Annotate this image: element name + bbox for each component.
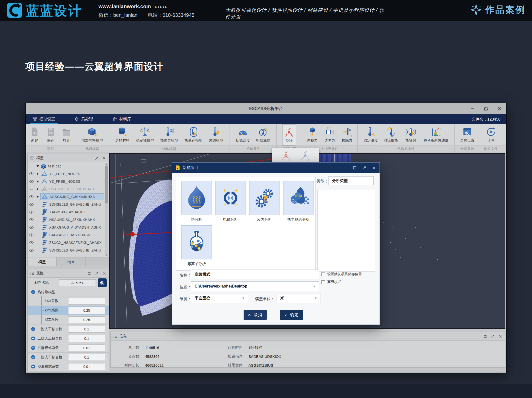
cancel-button[interactable]: ✕ 取消 [244, 310, 267, 320]
global-settings-button[interactable]: 全局设置 [460, 124, 474, 145]
collapse-icon[interactable] [31, 327, 35, 331]
card-thermal-analysis[interactable]: 热分析 [181, 181, 212, 222]
pin-icon[interactable] [362, 166, 366, 170]
close-icon[interactable] [102, 156, 106, 160]
save-button[interactable]: 保存 [44, 124, 58, 145]
eye-icon[interactable] [28, 218, 35, 221]
tree-row-hidden[interactable]: HSAUHDISU_JZXIUXHAHX [28, 185, 109, 193]
eye-icon[interactable] [28, 195, 35, 198]
add-mesh-model-button[interactable]: 增加网格模型 [82, 124, 103, 145]
prop-group-row[interactable]: 沙漏模式系数 0.01 [28, 343, 109, 353]
default-location-checkbox[interactable]: 设置默认项目储存位置 [321, 272, 362, 276]
tab-model[interactable]: 模型 [28, 257, 57, 266]
moving-gaussian-flux-button[interactable]: zy 移动高斯热通量 [424, 124, 449, 145]
pin-icon[interactable] [491, 334, 495, 338]
eye-icon[interactable] [28, 180, 35, 183]
ok-button[interactable]: ✓ 确定 [280, 310, 303, 320]
eye-icon[interactable] [28, 249, 35, 252]
value-input[interactable]: 0.1 [68, 354, 105, 361]
value-input[interactable]: 0.1 [68, 335, 105, 342]
tree-row[interactable]: HSAUHDISU_JZXIUXHAHX [28, 216, 109, 223]
card-stress-analysis[interactable]: 应力分析 [249, 181, 280, 222]
collapse-icon[interactable] [31, 364, 35, 369]
thermal-radiation-button[interactable]: 热辐射 [404, 124, 418, 145]
open-button[interactable]: 打开 [60, 124, 73, 145]
scrollbar-thumb[interactable] [105, 166, 108, 203]
restore-icon[interactable] [87, 271, 91, 275]
kyy-input[interactable]: 0.25 [68, 307, 105, 314]
pin-icon[interactable] [95, 156, 99, 160]
value-input[interactable]: 0.1 [68, 326, 105, 333]
tree-row[interactable]: XAGBSXG_AYHAQBJ [28, 208, 109, 216]
checkbox-box[interactable] [321, 272, 325, 276]
collapse-icon[interactable] [31, 355, 35, 359]
tree-row[interactable]: ZSXGX_HSAKAZNZXK_AHASX [28, 239, 109, 246]
tree-row-selected[interactable]: AGSGKJKG_GJHXAJKHXA [28, 193, 109, 200]
tree-root-row[interactable]: test.dat [28, 162, 109, 170]
prop-group-row[interactable]: 沙漏模式系数 0.01 [28, 362, 109, 371]
tree-row[interactable]: SAGFASGZ_ASYHHXSN [28, 231, 109, 239]
card-plasma-analysis[interactable]: 等离子分析 [181, 225, 212, 266]
probe-point[interactable] [130, 232, 135, 236]
kxx-input[interactable] [68, 298, 105, 305]
eye-closed-icon[interactable] [28, 188, 35, 191]
eye-icon[interactable] [28, 172, 35, 175]
thermal-conduction-model-button[interactable]: 热传导模型 [160, 124, 178, 145]
close-icon[interactable] [102, 271, 106, 275]
eye-icon[interactable] [28, 234, 35, 236]
eye-icon[interactable] [28, 241, 35, 244]
close-icon[interactable] [498, 334, 502, 338]
caret-down-icon[interactable] [35, 196, 40, 198]
tree-row[interactable]: YZ_FREE_NODES [28, 170, 109, 178]
caret-down-icon[interactable] [35, 165, 40, 167]
prop-group-row[interactable]: 二阶人工粘合性 0.1 [28, 334, 109, 343]
value-input[interactable]: 0.01 [68, 344, 105, 351]
select-material-button[interactable]: 选择材料 [115, 124, 130, 145]
caret-right-icon[interactable] [35, 173, 40, 175]
tab-material-library[interactable]: 材料库 [111, 114, 133, 124]
unit-select[interactable]: 米▼ [277, 293, 320, 303]
collapse-icon[interactable] [31, 336, 35, 341]
minimize-icon[interactable] [470, 106, 475, 111]
axes-xyz-blue-icon[interactable]: zxy [299, 150, 311, 161]
dimension-select[interactable]: 平面应变▼ [191, 293, 248, 303]
displacement-button[interactable]: zxy 位移 [282, 124, 296, 145]
card-em-analysis[interactable]: 电磁分析 [215, 181, 246, 222]
name-input[interactable]: 高级模式 [191, 270, 319, 279]
tree-row[interactable]: SDHSBJZS_GHSABJHB_ZAHU [28, 246, 109, 254]
boundary-force-button[interactable]: 边界力 [323, 124, 337, 145]
prop-group-row[interactable]: 一阶人工粘合性 0.1 [28, 325, 109, 334]
initial-velocity-button[interactable]: 初始速度 [236, 124, 250, 145]
restore-icon[interactable] [483, 334, 487, 338]
material-name-input[interactable]: AL6061 [59, 279, 96, 286]
checkbox-box[interactable] [321, 280, 325, 284]
eye-icon[interactable] [28, 226, 35, 229]
tab-results[interactable]: 结果 [57, 257, 86, 266]
axes-xyz-red-icon[interactable]: zxy [280, 150, 292, 161]
new-button[interactable]: 新建 [28, 124, 42, 145]
compute-button[interactable]: 计算 [484, 124, 498, 145]
tree-row[interactable]: YZ_FREE_NODES [28, 178, 109, 185]
restore-icon[interactable] [484, 106, 489, 111]
tree-scrollbar[interactable]: ▲ ▼ [105, 163, 108, 256]
thermal-storage-model-button[interactable]: 热储存模型 [184, 124, 202, 145]
type-input[interactable]: 分析类型 [328, 176, 374, 185]
heat-source-model-button[interactable]: 热源模型 [209, 124, 223, 145]
eye-icon[interactable] [28, 203, 35, 206]
tree-row[interactable]: SDHSBJZS_GHSABJHB_ZAHU [28, 200, 109, 208]
tree-row[interactable]: XSAXGAUS_AISYAQSH_ASHX [28, 223, 109, 231]
caret-right-icon[interactable] [35, 180, 40, 183]
tab-post-processing[interactable]: 后处理 [73, 114, 95, 124]
collapse-icon[interactable] [31, 290, 35, 294]
volume-force-button[interactable]: 体积力 [305, 124, 319, 145]
card-thermal-coupling-analysis[interactable]: TFSI 热力耦合分析 [283, 181, 314, 222]
restore-icon[interactable] [353, 166, 357, 170]
contact-force-button[interactable]: 接触力 [340, 124, 354, 145]
prop-group-row[interactable]: 热传导模型 [28, 288, 109, 296]
prop-child-row-highlighted[interactable]: kYY系数 0.25 [28, 306, 109, 315]
close-icon[interactable] [372, 166, 376, 170]
caret-right-icon[interactable] [35, 188, 40, 190]
dialog-header[interactable]: 新建项目 [172, 163, 380, 173]
convection-button[interactable]: 对流换热 [384, 124, 398, 145]
initial-temperature-button[interactable]: 初始温度 [256, 124, 270, 145]
